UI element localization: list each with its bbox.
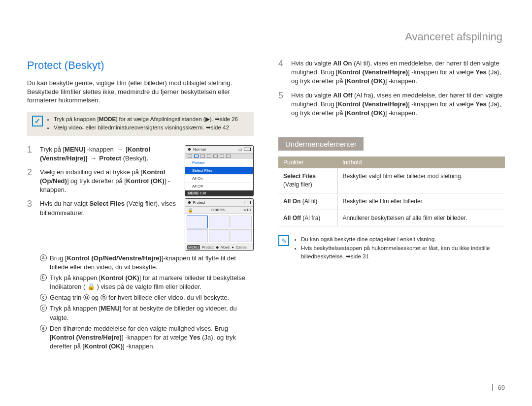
thumb-grid (185, 214, 253, 244)
step-1: 1 Tryk på [MENU] -knappen → [Kontrol (Ve… (27, 145, 180, 163)
circled-letter: c (40, 294, 47, 301)
divider (27, 48, 505, 48)
substep-e: eDen tilhørende meddelelse for den valgt… (40, 324, 254, 351)
substep-a: aBrug [Kontrol (Op/Ned/Venstre/Højre)]-k… (40, 254, 254, 272)
stby-icon: ⏺ (188, 147, 192, 152)
stby-label: Normal (193, 147, 206, 152)
menu-item-select-files: Select Files (185, 167, 253, 175)
pad-icon: ◆ (216, 245, 219, 250)
circled-letter: b (40, 274, 47, 281)
chapter-title: Avanceret afspilning (405, 31, 502, 43)
section-title: Protect (Beskyt) (27, 59, 254, 72)
right-column: 4 Hvis du valgte All On (Al til), vises … (278, 59, 505, 357)
timecode: 0:00:55 (211, 208, 225, 212)
thumb-counter: 1/10 (243, 208, 251, 212)
thumb (209, 229, 230, 242)
camera-thumbs-figure: ⏺ Protect 🔒 0:00:55 1/10 (185, 198, 254, 251)
substep-b: bTryk på knappen [Kontrol (OK)] for at m… (40, 274, 254, 291)
note-box-1: ✓ Tryk på knappen [MODE] for at vælge Af… (27, 112, 254, 136)
note-icon: ✎ (278, 235, 289, 246)
battery-icon (244, 148, 251, 151)
substep-text: Den tilhørende meddelelse for den valgte… (50, 324, 254, 351)
cell-select-files: Select Files(Vælg filer) (278, 168, 337, 193)
lock-icon: 🔒 (188, 208, 193, 213)
thumb (209, 216, 230, 228)
substep-c: cGentag trin ⓐ og ⓑ for hvert billede el… (40, 293, 254, 302)
exit-label: Exit (200, 191, 206, 195)
thumb (187, 229, 208, 242)
menu-item-all-off: All Off (185, 183, 253, 190)
cell-all-on-desc: Beskytter alle film eller billeder. (337, 193, 505, 210)
step-text: Tryk på [MENU] -knappen → [Kontrol (Vens… (40, 145, 180, 163)
step-number: 3 (27, 199, 35, 208)
note-item: Vælg video- eller billedminiatureoversig… (54, 124, 238, 131)
foot-cancel: Cancel (236, 245, 247, 250)
stby-icon: ⏺ (188, 200, 192, 205)
step-5: 5 Hvis du valgte All Off (Al fra), vises… (278, 91, 505, 118)
substep-text: Tryk på knappen [MENU] for at beskytte d… (50, 304, 254, 322)
cell-all-off-desc: Annullerer beskyttelsen af alle film ell… (337, 210, 505, 226)
step-text: Vælg en indstilling ved at trykke på [Ko… (40, 168, 180, 195)
step-2: 2 Vælg en indstilling ved at trykke på [… (27, 168, 180, 195)
circled-letter: d (40, 305, 47, 312)
step-number: 5 (278, 91, 286, 100)
battery-icon (244, 201, 251, 204)
menu-tabs (185, 154, 253, 159)
circled-letter: a (40, 254, 47, 261)
thumb (231, 229, 252, 242)
step-text: Hvis du valgte All On (Al til), vises en… (291, 59, 505, 86)
step-number: 1 (27, 145, 35, 154)
table-row: Select Files(Vælg filer) Beskytter valgt… (278, 168, 505, 193)
substeps-list: aBrug [Kontrol (Op/Ned/Venstre/Højre)]-k… (40, 254, 254, 351)
note-box-2: ✎ Du kan også beskytte dine optagelser i… (278, 235, 505, 261)
lock-tab-icon (194, 155, 199, 158)
foot-protect: Protect (202, 245, 214, 250)
thumb (231, 216, 252, 228)
cell-all-off: All Off (Al fra) (278, 210, 337, 226)
submenu-head-punkter: Punkter (278, 156, 337, 168)
table-row: All Off (Al fra) Annullerer beskyttelsen… (278, 210, 505, 226)
thumb-selected (187, 216, 208, 228)
note-item: Du kan også beskytte dine optagelser i e… (301, 235, 505, 243)
cell-select-files-desc: Beskytter valgt film eller billeder mod … (337, 168, 505, 193)
step-4: 4 Hvis du valgte All On (Al til), vises … (278, 59, 505, 86)
steps-list-right: 4 Hvis du valgte All On (Al til), vises … (278, 59, 505, 118)
table-row: All On (Al til) Beskytter alle film elle… (278, 193, 505, 210)
intro-paragraph: Du kan beskytte gemte, vigtige film (ell… (27, 79, 254, 105)
step-3: 3 Hvis du har valgt Select Files (Vælg f… (27, 199, 180, 217)
step-text: Hvis du har valgt Select Files (Vælg fil… (40, 199, 180, 217)
card-icon: ▭ (238, 147, 242, 152)
ok-icon: ● (232, 245, 234, 250)
menu-item-all-on: All On (185, 175, 253, 183)
submenu-table: Punkter Indhold Select Files(Vælg filer)… (278, 156, 505, 226)
note-item: Hvis beskyttelsestappen på hukommelsesko… (301, 244, 505, 260)
substep-text: Brug [Kontrol (Op/Ned/Venstre/Højre)]-kn… (50, 254, 254, 272)
foot-move: Move (221, 245, 230, 250)
step-text: Hvis du valgte All Off (Al fra), vises e… (291, 91, 505, 118)
protect-title: Protect (193, 200, 205, 205)
menu-badge: MENU (187, 191, 200, 195)
submenu-head-indhold: Indhold (337, 156, 505, 168)
note-list-1: Tryk på knappen [MODE] for at vælge Afsp… (47, 116, 238, 132)
menu-badge: MENU (187, 245, 200, 250)
note-icon: ✓ (32, 116, 43, 126)
steps-list-left: 1 Tryk på [MENU] -knappen → [Kontrol (Ve… (27, 145, 180, 222)
submenu-heading: Undermenuelementer (278, 137, 364, 151)
page-number: 69 (492, 384, 505, 391)
figures-stack: ⏺ Normal ▭ Protect Select Files All On A… (185, 145, 254, 251)
camera-menu-figure: ⏺ Normal ▭ Protect Select Files All On A… (185, 145, 254, 196)
step-number: 2 (27, 168, 35, 177)
substep-text: Gentag trin ⓐ og ⓑ for hvert billede ell… (50, 293, 229, 302)
step-number: 4 (278, 59, 286, 68)
substep-d: dTryk på knappen [MENU] for at beskytte … (40, 304, 254, 322)
menu-items: Protect Select Files All On All Off (185, 159, 253, 190)
note-list-2: Du kan også beskytte dine optagelser i e… (294, 235, 505, 261)
circled-letter: e (40, 325, 47, 332)
left-column: Protect (Beskyt) Du kan beskytte gemte, … (27, 59, 254, 357)
note-item: Tryk på knappen [MODE] for at vælge Afsp… (54, 116, 238, 123)
cell-all-on: All On (Al til) (278, 193, 337, 210)
substep-text: Tryk på knappen [Kontrol (OK)] for at ma… (50, 274, 254, 291)
menu-item-protect: Protect (185, 159, 253, 167)
